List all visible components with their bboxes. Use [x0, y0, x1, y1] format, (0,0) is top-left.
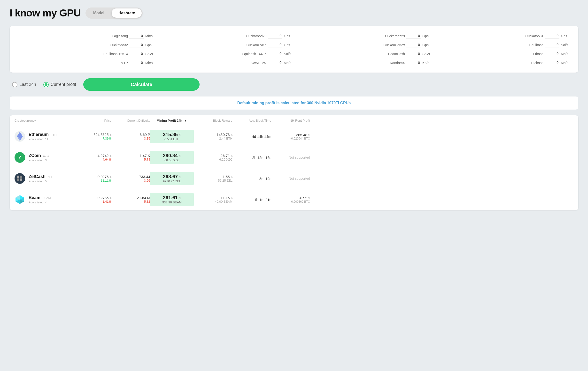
block-reward-sub: 2.44 ETH	[194, 137, 232, 140]
hashrate-unit: Gps	[284, 34, 292, 38]
profit-sub: 9730.74 ZEL	[153, 180, 191, 183]
coin-pools: Pools listed: 3	[29, 159, 49, 162]
hashrate-input[interactable]	[268, 51, 282, 56]
coin-info: ZelCash ZEL Pools listed: 5	[29, 174, 53, 183]
hashrate-unit: Gps	[422, 43, 430, 47]
coin-cell: ZelCash ZEL Pools listed: 5	[15, 173, 82, 184]
model-toggle-btn[interactable]: Model	[86, 9, 111, 18]
profit-sub: 68.05 XZC	[153, 158, 191, 162]
hashrate-input[interactable]	[545, 42, 559, 47]
radio-last24h-label[interactable]: Last 24h	[12, 82, 36, 87]
coin-pools: Pools listed: 11	[29, 138, 56, 141]
hashrate-input[interactable]	[129, 51, 144, 56]
hashrate-label: Cuckarooz29	[385, 34, 405, 38]
block-reward-main: 26.71 $	[194, 154, 232, 158]
hashrate-unit: Mh/s	[561, 52, 569, 56]
hashrate-field: RandomX Kh/s	[296, 60, 430, 65]
hashrate-label: BeamHash	[388, 52, 405, 56]
table-row: Ethereum ETH Pools listed: 11 594.5625 $…	[10, 126, 578, 147]
radio-last24h-circle	[12, 82, 17, 87]
coin-name: ZelCash	[29, 174, 45, 179]
hashrate-field: CuckooCycle Gps	[158, 42, 292, 47]
coin-info: Ethereum ETH Pools listed: 11	[29, 132, 56, 141]
nh-sub: -0.000369 BTC	[271, 200, 310, 203]
profit-main: 261.61 $	[153, 195, 191, 201]
hashrate-input[interactable]	[268, 60, 282, 65]
hashrate-input[interactable]	[129, 42, 144, 47]
controls-row: Last 24h Current profit Calculate	[10, 78, 578, 91]
profit-main: 268.67 $	[153, 174, 191, 180]
price-change: -4.64%	[82, 158, 111, 161]
hashrate-unit: Sol/s	[422, 52, 430, 56]
hashrate-input[interactable]	[545, 60, 559, 65]
hashrate-field: BeamHash Sol/s	[296, 51, 430, 56]
hashrate-label: CuckooCycle	[247, 43, 266, 47]
hashrate-input[interactable]	[129, 33, 144, 39]
hashrate-label: Equihash 125_4	[103, 52, 128, 56]
coin-name: Ethereum	[29, 132, 49, 137]
hashrate-input[interactable]	[268, 42, 282, 47]
price-main: 4.2742 $	[82, 154, 111, 158]
hashrate-input[interactable]	[406, 33, 421, 39]
price-main: 594.5625 $	[82, 132, 111, 137]
hashrate-field: Cuckatoo31 Gps	[435, 33, 569, 39]
hashrate-field: Equihash 144_5 Sol/s	[158, 51, 292, 56]
block-reward-sub: 40.00 BEAM	[194, 200, 232, 203]
coin-name-row: ZelCash ZEL	[29, 174, 53, 179]
hashrate-toggle-btn[interactable]: Hashrate	[112, 9, 142, 18]
hashrate-input[interactable]	[268, 33, 282, 39]
avg-block-time: 2h 12m 16s	[232, 156, 271, 160]
hashrate-input[interactable]	[406, 60, 421, 65]
price-cell: 4.2742 $ -4.64%	[82, 154, 111, 161]
profit-sub: 938.90 BEAM	[153, 201, 191, 204]
hashrate-input[interactable]	[406, 42, 421, 47]
diff-change: -3.56	[111, 179, 150, 182]
nh-sub: -0.020544 BTC	[271, 137, 310, 140]
avg-block-time: 1h 1m 21s	[232, 198, 271, 202]
hashrate-field: Cuckarood29 Gps	[158, 33, 292, 39]
hashrate-field: CuckooCortex Gps	[296, 42, 430, 47]
hashrate-label: Etchash	[531, 61, 544, 65]
block-reward-main: 1.55 $	[194, 175, 232, 179]
price-usd: $	[110, 154, 111, 158]
hashrate-field: Cuckatoo32 Gps	[19, 42, 153, 47]
th-price: Price	[82, 119, 111, 122]
hashrate-label: Ethash	[533, 52, 544, 56]
radio-current-text: Current profit	[51, 82, 76, 87]
calculate-button[interactable]: Calculate	[83, 78, 200, 91]
block-cell: 1450.73 $ 2.44 ETH	[194, 132, 232, 140]
coin-cell: Z ZCoin XZC Pools listed: 3	[15, 152, 82, 163]
hashrate-label: Equihash 144_5	[242, 52, 266, 56]
coin-pools: Pools listed: 5	[29, 180, 53, 183]
svg-rect-5	[17, 179, 19, 181]
coin-pools: Pools listed: 4	[29, 201, 51, 204]
block-reward-sub: 56.25 ZEL	[194, 179, 232, 182]
hashrate-input[interactable]	[545, 51, 559, 56]
difficulty-cell: 1.47 K -5.74	[111, 154, 150, 161]
table-header: Cryptocurrency Price Current Difficulty …	[10, 115, 578, 126]
page-header: I know my GPU Model Hashrate	[10, 7, 578, 19]
info-banner-text: Default mining profit is calculated for …	[237, 101, 351, 105]
hashrate-unit: Sol/s	[145, 52, 153, 56]
hashrate-input[interactable]	[406, 51, 421, 56]
avg-block-time: 4d 14h 14m	[232, 134, 271, 139]
radio-current-circle	[43, 82, 49, 87]
price-usd: $	[110, 196, 111, 200]
profit-cell: 261.61 $ 938.90 BEAM	[150, 193, 194, 206]
radio-current-label[interactable]: Current profit	[43, 82, 76, 87]
hashrate-field: KAWPOW Mh/s	[158, 60, 292, 65]
zel-icon	[15, 173, 25, 184]
coin-info: Beam BEAM Pools listed: 4	[29, 195, 51, 204]
hashrate-input[interactable]	[545, 33, 559, 39]
nh-main: -385.48 $	[271, 133, 310, 137]
difficulty-cell: 21.64 M -5.32	[111, 196, 150, 203]
coin-name-row: ZCoin XZC	[29, 153, 49, 158]
hashrate-label: Cuckatoo31	[525, 34, 544, 38]
price-change: 7.39%	[82, 137, 111, 140]
profit-main: 315.85 $	[153, 132, 191, 137]
coin-name-row: Ethereum ETH	[29, 132, 56, 137]
hashrate-field: Etchash Mh/s	[435, 60, 569, 65]
hashrate-input[interactable]	[129, 60, 144, 65]
zcoin-icon: Z	[15, 152, 25, 163]
price-main: 0.0276 $	[82, 175, 111, 179]
